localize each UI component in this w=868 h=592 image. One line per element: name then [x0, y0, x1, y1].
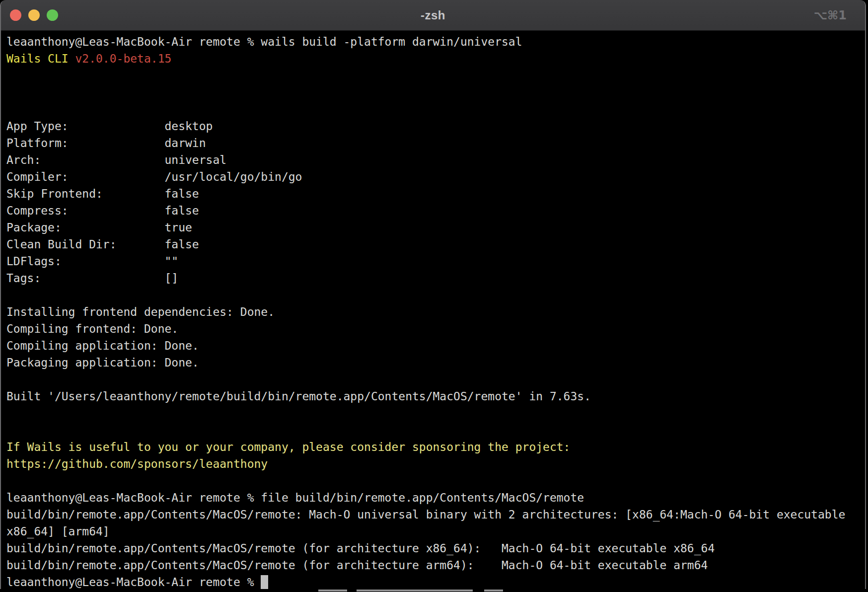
terminal-text-segment: build/bin/remote.app/Contents/MacOS/remo… [6, 542, 715, 555]
terminal-line: build/bin/remote.app/Contents/MacOS/remo… [6, 506, 861, 523]
window-shortcut-badge: ⌥⌘1 [813, 0, 847, 30]
terminal-line [6, 84, 861, 101]
terminal-line: Compress: false [6, 202, 861, 219]
terminal-line [6, 371, 861, 388]
occluded-window-text-sliver [0, 589, 868, 592]
terminal-line: build/bin/remote.app/Contents/MacOS/remo… [6, 540, 861, 557]
titlebar[interactable]: -zsh ⌥⌘1 [1, 0, 865, 31]
terminal-line: leaanthony@Leas-MacBook-Air remote % [6, 574, 861, 589]
terminal-line: If Wails is useful to you or your compan… [6, 439, 861, 455]
terminal-text-segment: leaanthony@Leas-MacBook-Air remote % wai… [6, 35, 522, 48]
terminal-line: App Type: desktop [6, 118, 861, 135]
terminal-line: Package: true [6, 219, 861, 236]
terminal-text-segment: https://github.com/sponsors/leaanthony [6, 457, 268, 470]
terminal-text-segment: Package: true [6, 221, 192, 234]
terminal-line: Arch: universal [6, 151, 861, 168]
terminal-line: Platform: darwin [6, 135, 861, 151]
terminal-line: Wails CLI v2.0.0-beta.15 [6, 50, 861, 67]
terminal-cursor [261, 575, 268, 589]
terminal-text-segment: Platform: darwin [6, 137, 206, 149]
terminal-line [6, 422, 861, 439]
terminal-text-segment: LDFlags: "" [6, 255, 178, 268]
terminal-text-segment: leaanthony@Leas-MacBook-Air remote % fil… [6, 491, 584, 504]
terminal-line: Compiling application: Done. [6, 337, 861, 354]
terminal-text-segment: Built '/Users/leaanthony/remote/build/bi… [6, 390, 591, 403]
terminal-line: Skip Frontend: false [6, 185, 861, 202]
terminal-line [6, 405, 861, 422]
minimize-button[interactable] [28, 9, 40, 21]
terminal-window: -zsh ⌥⌘1 leaanthony@Leas-MacBook-Air rem… [0, 0, 866, 589]
terminal-text-segment: Installing frontend dependencies: Done. [6, 305, 275, 318]
terminal-text-segment: If Wails is useful to you or your compan… [6, 441, 570, 453]
terminal-line: https://github.com/sponsors/leaanthony [6, 455, 861, 472]
terminal-line [6, 101, 861, 118]
terminal-line: Compiler: /usr/local/go/bin/go [6, 168, 861, 185]
terminal-text-segment: leaanthony@Leas-MacBook-Air remote % [6, 576, 261, 589]
screen: -zsh ⌥⌘1 leaanthony@Leas-MacBook-Air rem… [0, 0, 868, 592]
terminal-line: Installing frontend dependencies: Done. [6, 303, 861, 320]
terminal-line: build/bin/remote.app/Contents/MacOS/remo… [6, 557, 861, 574]
terminal-line: Compiling frontend: Done. [6, 320, 861, 337]
terminal-line: Clean Build Dir: false [6, 236, 861, 253]
terminal-line [6, 287, 861, 303]
terminal-line [6, 472, 861, 489]
terminal-line: leaanthony@Leas-MacBook-Air remote % wai… [6, 33, 861, 50]
terminal-line: x86_64] [arm64] [6, 523, 861, 540]
terminal-text-segment: Arch: universal [6, 153, 226, 166]
zoom-button[interactable] [47, 9, 58, 21]
terminal-text-segment: Compiling frontend: Done. [6, 322, 178, 335]
terminal-text-segment: Compress: false [6, 204, 199, 217]
terminal-text-segment: v2.0.0-beta.15 [75, 52, 171, 65]
terminal-text-segment: build/bin/remote.app/Contents/MacOS/remo… [6, 508, 852, 521]
terminal-line: Packaging application: Done. [6, 354, 861, 371]
terminal-text-segment: build/bin/remote.app/Contents/MacOS/remo… [6, 559, 708, 572]
terminal-text-segment: Tags: [] [6, 272, 178, 285]
terminal-text-segment: Wails CLI [6, 52, 75, 65]
terminal-text-segment: App Type: desktop [6, 120, 213, 133]
window-title: -zsh [421, 8, 445, 22]
terminal-text-segment: Compiling application: Done. [6, 339, 199, 352]
terminal-line: leaanthony@Leas-MacBook-Air remote % fil… [6, 489, 861, 506]
terminal-line [6, 67, 861, 84]
terminal-text-segment: x86_64] [arm64] [6, 525, 110, 538]
terminal-text-segment: Compiler: /usr/local/go/bin/go [6, 170, 302, 183]
terminal-text-segment: Clean Build Dir: false [6, 238, 199, 251]
terminal-line: Tags: [] [6, 270, 861, 287]
terminal-text-segment: Packaging application: Done. [6, 356, 199, 369]
traffic-lights [10, 0, 58, 30]
close-button[interactable] [10, 9, 21, 21]
terminal-text-segment: Skip Frontend: false [6, 187, 199, 200]
terminal-output[interactable]: leaanthony@Leas-MacBook-Air remote % wai… [1, 31, 865, 589]
terminal-line: LDFlags: "" [6, 253, 861, 270]
terminal-line: Built '/Users/leaanthony/remote/build/bi… [6, 388, 861, 405]
